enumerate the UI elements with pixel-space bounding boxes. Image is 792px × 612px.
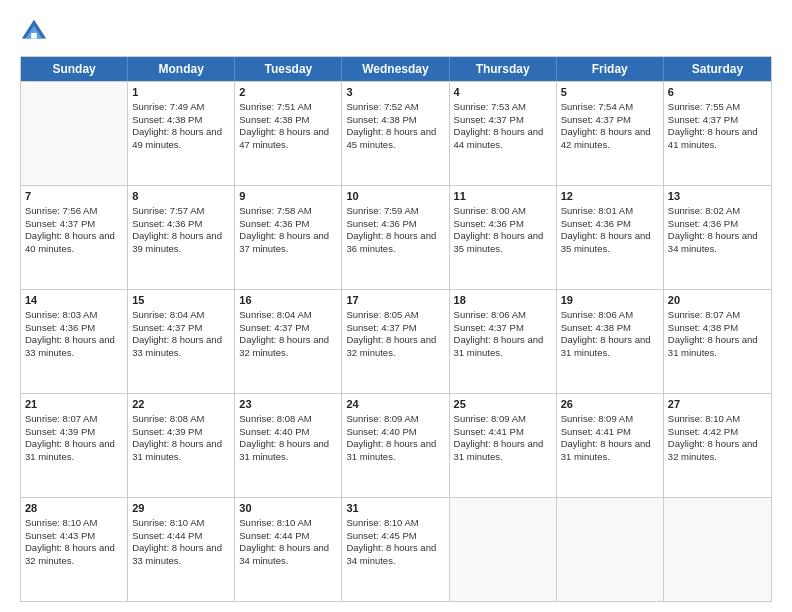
calendar-header-friday: Friday bbox=[557, 57, 664, 81]
calendar-cell bbox=[557, 498, 664, 601]
calendar-header-row: SundayMondayTuesdayWednesdayThursdayFrid… bbox=[21, 57, 771, 81]
svg-rect-2 bbox=[31, 33, 37, 39]
day-info: Sunrise: 8:01 AMSunset: 4:36 PMDaylight:… bbox=[561, 205, 651, 254]
calendar-header-sunday: Sunday bbox=[21, 57, 128, 81]
day-info: Sunrise: 8:10 AMSunset: 4:42 PMDaylight:… bbox=[668, 413, 758, 462]
day-number: 17 bbox=[346, 293, 444, 308]
calendar-cell bbox=[21, 82, 128, 185]
day-info: Sunrise: 7:53 AMSunset: 4:37 PMDaylight:… bbox=[454, 101, 544, 150]
day-info: Sunrise: 8:09 AMSunset: 4:40 PMDaylight:… bbox=[346, 413, 436, 462]
calendar-cell: 14Sunrise: 8:03 AMSunset: 4:36 PMDayligh… bbox=[21, 290, 128, 393]
calendar-cell bbox=[664, 498, 771, 601]
day-number: 21 bbox=[25, 397, 123, 412]
calendar-cell: 30Sunrise: 8:10 AMSunset: 4:44 PMDayligh… bbox=[235, 498, 342, 601]
calendar-week-4: 21Sunrise: 8:07 AMSunset: 4:39 PMDayligh… bbox=[21, 393, 771, 497]
day-info: Sunrise: 8:02 AMSunset: 4:36 PMDaylight:… bbox=[668, 205, 758, 254]
calendar-cell: 13Sunrise: 8:02 AMSunset: 4:36 PMDayligh… bbox=[664, 186, 771, 289]
day-info: Sunrise: 7:52 AMSunset: 4:38 PMDaylight:… bbox=[346, 101, 436, 150]
day-number: 16 bbox=[239, 293, 337, 308]
day-number: 4 bbox=[454, 85, 552, 100]
calendar: SundayMondayTuesdayWednesdayThursdayFrid… bbox=[20, 56, 772, 602]
day-number: 3 bbox=[346, 85, 444, 100]
day-number: 6 bbox=[668, 85, 767, 100]
day-number: 12 bbox=[561, 189, 659, 204]
day-number: 31 bbox=[346, 501, 444, 516]
calendar-header-tuesday: Tuesday bbox=[235, 57, 342, 81]
calendar-cell: 11Sunrise: 8:00 AMSunset: 4:36 PMDayligh… bbox=[450, 186, 557, 289]
day-number: 13 bbox=[668, 189, 767, 204]
calendar-header-thursday: Thursday bbox=[450, 57, 557, 81]
day-number: 30 bbox=[239, 501, 337, 516]
day-number: 25 bbox=[454, 397, 552, 412]
day-number: 27 bbox=[668, 397, 767, 412]
day-info: Sunrise: 7:58 AMSunset: 4:36 PMDaylight:… bbox=[239, 205, 329, 254]
calendar-cell: 9Sunrise: 7:58 AMSunset: 4:36 PMDaylight… bbox=[235, 186, 342, 289]
calendar-cell: 12Sunrise: 8:01 AMSunset: 4:36 PMDayligh… bbox=[557, 186, 664, 289]
day-number: 7 bbox=[25, 189, 123, 204]
logo bbox=[20, 18, 52, 46]
calendar-cell: 6Sunrise: 7:55 AMSunset: 4:37 PMDaylight… bbox=[664, 82, 771, 185]
page: SundayMondayTuesdayWednesdayThursdayFrid… bbox=[0, 0, 792, 612]
calendar-cell: 19Sunrise: 8:06 AMSunset: 4:38 PMDayligh… bbox=[557, 290, 664, 393]
day-info: Sunrise: 8:06 AMSunset: 4:38 PMDaylight:… bbox=[561, 309, 651, 358]
day-info: Sunrise: 8:04 AMSunset: 4:37 PMDaylight:… bbox=[239, 309, 329, 358]
calendar-cell: 8Sunrise: 7:57 AMSunset: 4:36 PMDaylight… bbox=[128, 186, 235, 289]
day-number: 14 bbox=[25, 293, 123, 308]
calendar-cell: 2Sunrise: 7:51 AMSunset: 4:38 PMDaylight… bbox=[235, 82, 342, 185]
calendar-cell: 20Sunrise: 8:07 AMSunset: 4:38 PMDayligh… bbox=[664, 290, 771, 393]
day-number: 18 bbox=[454, 293, 552, 308]
calendar-cell: 10Sunrise: 7:59 AMSunset: 4:36 PMDayligh… bbox=[342, 186, 449, 289]
day-info: Sunrise: 8:07 AMSunset: 4:39 PMDaylight:… bbox=[25, 413, 115, 462]
day-number: 5 bbox=[561, 85, 659, 100]
calendar-cell: 28Sunrise: 8:10 AMSunset: 4:43 PMDayligh… bbox=[21, 498, 128, 601]
day-info: Sunrise: 8:07 AMSunset: 4:38 PMDaylight:… bbox=[668, 309, 758, 358]
calendar-header-wednesday: Wednesday bbox=[342, 57, 449, 81]
calendar-cell: 27Sunrise: 8:10 AMSunset: 4:42 PMDayligh… bbox=[664, 394, 771, 497]
day-info: Sunrise: 7:51 AMSunset: 4:38 PMDaylight:… bbox=[239, 101, 329, 150]
day-info: Sunrise: 8:04 AMSunset: 4:37 PMDaylight:… bbox=[132, 309, 222, 358]
calendar-cell: 7Sunrise: 7:56 AMSunset: 4:37 PMDaylight… bbox=[21, 186, 128, 289]
calendar-cell: 18Sunrise: 8:06 AMSunset: 4:37 PMDayligh… bbox=[450, 290, 557, 393]
calendar-week-5: 28Sunrise: 8:10 AMSunset: 4:43 PMDayligh… bbox=[21, 497, 771, 601]
day-info: Sunrise: 8:10 AMSunset: 4:44 PMDaylight:… bbox=[239, 517, 329, 566]
calendar-week-2: 7Sunrise: 7:56 AMSunset: 4:37 PMDaylight… bbox=[21, 185, 771, 289]
calendar-cell: 3Sunrise: 7:52 AMSunset: 4:38 PMDaylight… bbox=[342, 82, 449, 185]
day-info: Sunrise: 8:09 AMSunset: 4:41 PMDaylight:… bbox=[561, 413, 651, 462]
day-number: 10 bbox=[346, 189, 444, 204]
day-info: Sunrise: 7:54 AMSunset: 4:37 PMDaylight:… bbox=[561, 101, 651, 150]
day-number: 19 bbox=[561, 293, 659, 308]
day-info: Sunrise: 7:49 AMSunset: 4:38 PMDaylight:… bbox=[132, 101, 222, 150]
day-info: Sunrise: 7:57 AMSunset: 4:36 PMDaylight:… bbox=[132, 205, 222, 254]
calendar-cell: 15Sunrise: 8:04 AMSunset: 4:37 PMDayligh… bbox=[128, 290, 235, 393]
day-info: Sunrise: 7:59 AMSunset: 4:36 PMDaylight:… bbox=[346, 205, 436, 254]
calendar-cell: 31Sunrise: 8:10 AMSunset: 4:45 PMDayligh… bbox=[342, 498, 449, 601]
day-info: Sunrise: 8:00 AMSunset: 4:36 PMDaylight:… bbox=[454, 205, 544, 254]
calendar-cell: 21Sunrise: 8:07 AMSunset: 4:39 PMDayligh… bbox=[21, 394, 128, 497]
calendar-cell: 1Sunrise: 7:49 AMSunset: 4:38 PMDaylight… bbox=[128, 82, 235, 185]
header bbox=[20, 18, 772, 46]
calendar-cell: 17Sunrise: 8:05 AMSunset: 4:37 PMDayligh… bbox=[342, 290, 449, 393]
calendar-cell: 23Sunrise: 8:08 AMSunset: 4:40 PMDayligh… bbox=[235, 394, 342, 497]
day-number: 26 bbox=[561, 397, 659, 412]
day-number: 23 bbox=[239, 397, 337, 412]
day-number: 22 bbox=[132, 397, 230, 412]
calendar-cell: 26Sunrise: 8:09 AMSunset: 4:41 PMDayligh… bbox=[557, 394, 664, 497]
day-number: 11 bbox=[454, 189, 552, 204]
day-info: Sunrise: 8:10 AMSunset: 4:44 PMDaylight:… bbox=[132, 517, 222, 566]
day-number: 29 bbox=[132, 501, 230, 516]
calendar-cell: 24Sunrise: 8:09 AMSunset: 4:40 PMDayligh… bbox=[342, 394, 449, 497]
day-info: Sunrise: 8:09 AMSunset: 4:41 PMDaylight:… bbox=[454, 413, 544, 462]
day-info: Sunrise: 7:56 AMSunset: 4:37 PMDaylight:… bbox=[25, 205, 115, 254]
calendar-week-3: 14Sunrise: 8:03 AMSunset: 4:36 PMDayligh… bbox=[21, 289, 771, 393]
day-info: Sunrise: 8:05 AMSunset: 4:37 PMDaylight:… bbox=[346, 309, 436, 358]
calendar-header-saturday: Saturday bbox=[664, 57, 771, 81]
calendar-cell: 16Sunrise: 8:04 AMSunset: 4:37 PMDayligh… bbox=[235, 290, 342, 393]
calendar-cell: 25Sunrise: 8:09 AMSunset: 4:41 PMDayligh… bbox=[450, 394, 557, 497]
day-number: 28 bbox=[25, 501, 123, 516]
calendar-cell: 4Sunrise: 7:53 AMSunset: 4:37 PMDaylight… bbox=[450, 82, 557, 185]
day-number: 9 bbox=[239, 189, 337, 204]
day-number: 2 bbox=[239, 85, 337, 100]
calendar-cell: 22Sunrise: 8:08 AMSunset: 4:39 PMDayligh… bbox=[128, 394, 235, 497]
calendar-header-monday: Monday bbox=[128, 57, 235, 81]
calendar-cell: 29Sunrise: 8:10 AMSunset: 4:44 PMDayligh… bbox=[128, 498, 235, 601]
